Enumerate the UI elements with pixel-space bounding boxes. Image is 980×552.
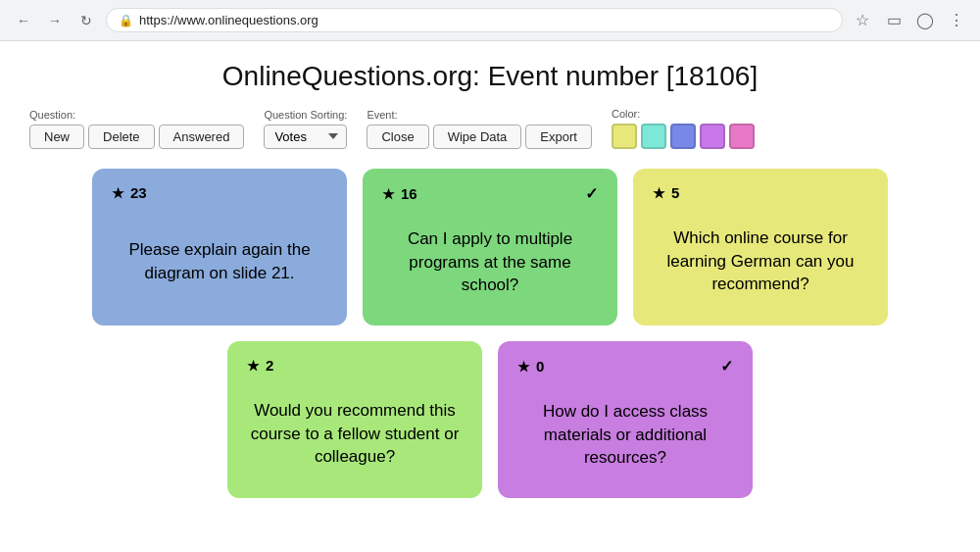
card-2-votes: 16 bbox=[401, 185, 417, 202]
card-1[interactable]: ★ 23 Please explain again the diagram on… bbox=[92, 169, 347, 326]
card-4-header: ★ 2 bbox=[247, 357, 463, 374]
card-3[interactable]: ★ 5 Which online course for learning Ger… bbox=[633, 169, 888, 326]
question-buttons: New Delete Answered bbox=[29, 125, 244, 149]
card-4[interactable]: ★ 2 Would you recommend this course to a… bbox=[227, 341, 482, 498]
card-5-votes: 0 bbox=[536, 358, 544, 375]
card-5-check-icon: ✓ bbox=[720, 357, 733, 376]
browser-icons: ☆ ▭ ◯ ⋮ bbox=[851, 9, 968, 32]
browser-chrome: ← → ↻ 🔒 https://www.onlinequestions.org … bbox=[0, 0, 980, 41]
card-1-header: ★ 23 bbox=[112, 184, 327, 201]
close-button[interactable]: Close bbox=[367, 125, 428, 149]
color-swatch-purple[interactable] bbox=[700, 124, 725, 149]
cast-icon[interactable]: ▭ bbox=[882, 9, 906, 32]
profile-icon[interactable]: ◯ bbox=[913, 9, 937, 32]
url-text: https://www.onlinequestions.org bbox=[139, 13, 318, 27]
card-4-votes: 2 bbox=[266, 357, 273, 374]
card-2-header: ★ 16 ✓ bbox=[382, 184, 598, 203]
card-2-check-icon: ✓ bbox=[585, 184, 598, 203]
lock-icon: 🔒 bbox=[119, 14, 133, 27]
card-1-votes: 23 bbox=[130, 184, 147, 201]
sorting-select[interactable]: Votes Newest Oldest bbox=[264, 125, 347, 149]
card-2-text: Can I apply to multiple programs at the … bbox=[382, 215, 598, 310]
question-label: Question: bbox=[29, 109, 244, 121]
forward-button[interactable]: → bbox=[43, 9, 67, 32]
card-3-votes: 5 bbox=[671, 184, 679, 201]
cards-row-1: ★ 23 Please explain again the diagram on… bbox=[29, 169, 951, 326]
export-button[interactable]: Export bbox=[525, 125, 592, 149]
back-button[interactable]: ← bbox=[12, 9, 35, 32]
answered-button[interactable]: Answered bbox=[159, 125, 245, 149]
page-title: OnlineQuestions.org: Event number [18106… bbox=[29, 61, 951, 92]
card-3-star-icon: ★ bbox=[653, 185, 665, 201]
question-group: Question: New Delete Answered bbox=[29, 109, 244, 149]
card-4-text: Would you recommend this course to a fel… bbox=[247, 385, 463, 482]
card-2-star-icon: ★ bbox=[382, 186, 395, 202]
card-3-header: ★ 5 bbox=[653, 184, 868, 201]
bookmark-star-icon[interactable]: ☆ bbox=[851, 9, 874, 32]
sorting-label: Question Sorting: bbox=[264, 109, 347, 121]
new-button[interactable]: New bbox=[29, 125, 84, 149]
color-swatch-pink[interactable] bbox=[729, 124, 755, 149]
event-group: Event: Close Wipe Data Export bbox=[367, 109, 592, 149]
card-5-text: How do I access class materials or addit… bbox=[517, 387, 733, 482]
main-content: OnlineQuestions.org: Event number [18106… bbox=[0, 41, 980, 518]
wipe-data-button[interactable]: Wipe Data bbox=[433, 125, 522, 149]
address-bar[interactable]: 🔒 https://www.onlinequestions.org bbox=[106, 8, 843, 32]
menu-icon[interactable]: ⋮ bbox=[945, 9, 968, 32]
event-label: Event: bbox=[367, 109, 592, 121]
reload-button[interactable]: ↻ bbox=[74, 9, 98, 32]
color-group: Color: bbox=[612, 108, 755, 149]
card-5[interactable]: ★ 0 ✓ How do I access class materials or… bbox=[498, 341, 753, 498]
color-swatch-yellow[interactable] bbox=[612, 124, 637, 149]
event-buttons: Close Wipe Data Export bbox=[367, 125, 592, 149]
cards-row-2: ★ 2 Would you recommend this course to a… bbox=[29, 341, 951, 498]
card-5-header: ★ 0 ✓ bbox=[517, 357, 733, 376]
color-swatch-blue[interactable] bbox=[670, 124, 696, 149]
sorting-group: Question Sorting: Votes Newest Oldest bbox=[264, 109, 347, 149]
color-swatch-teal[interactable] bbox=[641, 124, 666, 149]
card-1-star-icon: ★ bbox=[112, 185, 124, 201]
delete-button[interactable]: Delete bbox=[88, 125, 155, 149]
card-4-star-icon: ★ bbox=[247, 358, 260, 374]
card-3-text: Which online course for learning German … bbox=[653, 213, 868, 310]
color-swatches bbox=[612, 124, 755, 149]
card-2[interactable]: ★ 16 ✓ Can I apply to multiple programs … bbox=[363, 169, 617, 326]
card-5-star-icon: ★ bbox=[517, 359, 530, 375]
toolbar: Question: New Delete Answered Question S… bbox=[29, 108, 951, 149]
card-1-text: Please explain again the diagram on slid… bbox=[112, 213, 327, 310]
cards-container: ★ 23 Please explain again the diagram on… bbox=[29, 169, 951, 498]
color-label: Color: bbox=[612, 108, 755, 120]
